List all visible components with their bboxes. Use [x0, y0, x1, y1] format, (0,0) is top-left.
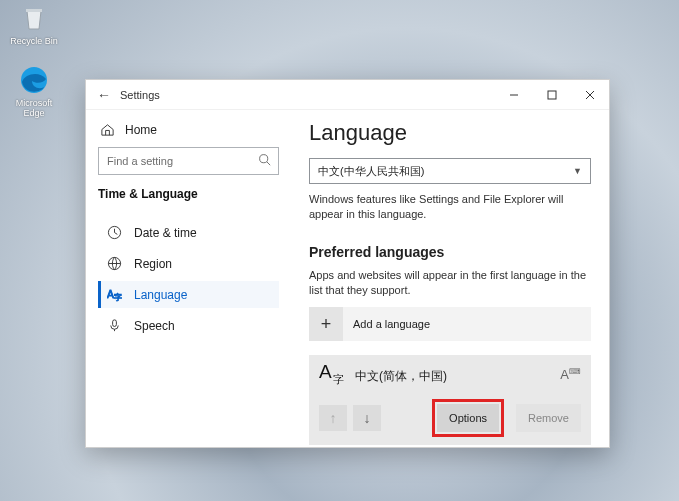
globe-icon: [107, 256, 122, 271]
display-language-desc: Windows features like Settings and File …: [309, 192, 591, 222]
svg-point-5: [260, 155, 268, 163]
remove-button: Remove: [516, 404, 581, 432]
sidebar-item-label: Language: [134, 288, 187, 302]
add-language-button[interactable]: + Add a language: [309, 307, 591, 341]
chevron-down-icon: ▼: [573, 166, 582, 176]
display-language-dropdown[interactable]: 中文(中华人民共和国) ▼: [309, 158, 591, 184]
page-title: Language: [309, 120, 591, 146]
sidebar-home-label: Home: [125, 123, 157, 137]
svg-rect-2: [548, 91, 556, 99]
display-language-value: 中文(中华人民共和国): [318, 164, 424, 179]
svg-rect-11: [113, 320, 117, 327]
edge-icon: [18, 64, 50, 96]
minimize-button[interactable]: [495, 80, 533, 110]
sidebar-item-label: Region: [134, 257, 172, 271]
options-button[interactable]: Options: [437, 404, 499, 432]
desktop-recycle-bin[interactable]: Recycle Bin: [6, 2, 62, 46]
search-input-wrap: [98, 147, 279, 175]
sidebar-item-label: Speech: [134, 319, 175, 333]
desktop-icon-label: Microsoft Edge: [6, 98, 62, 118]
back-button[interactable]: ←: [92, 87, 116, 103]
options-highlight: Options: [432, 399, 504, 437]
move-down-button[interactable]: ↓: [353, 405, 381, 431]
window-title: Settings: [120, 89, 160, 101]
clock-icon: [107, 225, 122, 240]
plus-icon: +: [309, 307, 343, 341]
home-icon: [100, 122, 115, 137]
preferred-languages-heading: Preferred languages: [309, 244, 591, 260]
language-card-selected: A字 中文(简体，中国) A⌨ ↑ ↓ Options Remove: [309, 355, 591, 445]
sidebar: Home Time & Language Date & time Region: [86, 110, 291, 447]
language-icon: A字: [107, 287, 122, 302]
default-input-icon: A⌨: [560, 367, 581, 382]
sidebar-item-speech[interactable]: Speech: [98, 312, 279, 339]
desktop-edge[interactable]: Microsoft Edge: [6, 64, 62, 118]
settings-window: ← Settings Home Time & Language: [85, 79, 610, 448]
add-language-label: Add a language: [353, 318, 430, 330]
sidebar-item-label: Date & time: [134, 226, 197, 240]
search-input[interactable]: [98, 147, 279, 175]
sidebar-home[interactable]: Home: [98, 120, 279, 139]
recycle-bin-icon: [18, 2, 50, 34]
svg-line-6: [267, 162, 270, 165]
desktop-icon-label: Recycle Bin: [6, 36, 62, 46]
language-glyph-icon: A字: [319, 363, 345, 389]
language-name: 中文(简体，中国): [355, 368, 447, 385]
sidebar-item-date-time[interactable]: Date & time: [98, 219, 279, 246]
language-row[interactable]: A字 中文(简体，中国) A⌨: [319, 355, 581, 399]
svg-text:字: 字: [114, 293, 122, 302]
sidebar-item-language[interactable]: A字 Language: [98, 281, 279, 308]
language-row[interactable]: A字 英语(美国) 🗣 🎤 ✎ ▢ ⌨: [309, 445, 591, 447]
move-up-button: ↑: [319, 405, 347, 431]
preferred-languages-desc: Apps and websites will appear in the fir…: [309, 268, 591, 298]
mic-icon: [107, 318, 122, 333]
sidebar-category: Time & Language: [98, 187, 279, 201]
search-icon: [258, 152, 271, 170]
maximize-button[interactable]: [533, 80, 571, 110]
content-pane: Language 中文(中华人民共和国) ▼ Windows features …: [291, 110, 609, 447]
sidebar-item-region[interactable]: Region: [98, 250, 279, 277]
titlebar: ← Settings: [86, 80, 609, 110]
close-button[interactable]: [571, 80, 609, 110]
